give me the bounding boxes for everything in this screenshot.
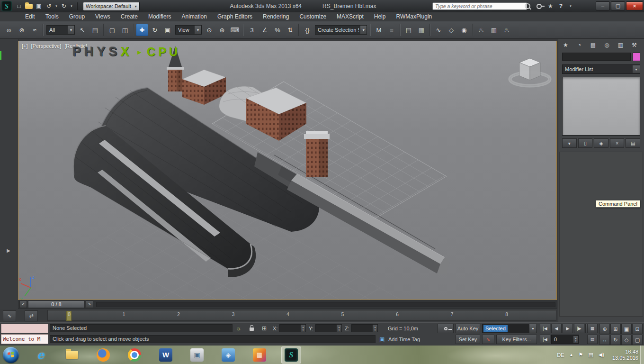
next-frame-button[interactable]: |▶: [574, 324, 584, 333]
material-editor-icon[interactable]: ◉: [458, 24, 470, 36]
viewport-pov-menu[interactable]: [Perspective]: [31, 43, 62, 49]
angle-snap-toggle-icon[interactable]: ∠: [259, 24, 271, 36]
named-selection-sets-dropdown[interactable]: Create Selection Se▼: [315, 25, 367, 35]
open-file-icon[interactable]: [25, 2, 33, 10]
spinner-snap-toggle-icon[interactable]: ⇅: [284, 24, 296, 36]
menu-item-maxscript[interactable]: MAXScript: [331, 13, 369, 20]
selection-filter-dropdown[interactable]: All▼: [46, 25, 75, 35]
zoom-extents-button[interactable]: ▣: [621, 324, 632, 334]
zoom-extents-all-button[interactable]: ⊡: [632, 324, 643, 334]
menu-item-rendering[interactable]: Rendering: [258, 13, 294, 20]
viewport-general-menu[interactable]: [+]: [22, 43, 28, 49]
start-button[interactable]: [3, 347, 19, 363]
set-key-mode-button[interactable]: Set Key: [456, 335, 480, 344]
chevron-down-icon[interactable]: ▼: [633, 65, 640, 73]
viewport-3d-scene[interactable]: z x y: [18, 41, 557, 300]
zoom-all-button[interactable]: ⊞: [610, 324, 621, 334]
key-mode-dropdown[interactable]: Selected ▼: [482, 324, 537, 333]
key-filters-button[interactable]: Key Filters...: [496, 335, 537, 344]
z-spinner[interactable]: ▴▾: [373, 325, 377, 332]
viewport-layout-tab-arrow[interactable]: ▶: [5, 246, 12, 254]
menu-item-customize[interactable]: Customize: [294, 13, 331, 20]
network-icon[interactable]: ▤: [588, 352, 593, 358]
redo-icon[interactable]: ↻: [60, 2, 68, 10]
previous-frame-arrow[interactable]: <: [19, 300, 27, 308]
edit-named-selection-sets-icon[interactable]: {}: [301, 24, 313, 36]
render-production-icon[interactable]: ♨: [501, 24, 513, 36]
menu-item-help[interactable]: Help: [369, 13, 391, 20]
previous-frame-button[interactable]: ◀: [551, 324, 562, 333]
tray-expand-icon[interactable]: ▲: [570, 353, 573, 357]
time-slider-track[interactable]: [96, 302, 555, 307]
y-spinner[interactable]: ▴▾: [337, 325, 341, 332]
schematic-view-icon[interactable]: ◇: [445, 24, 457, 36]
select-and-manipulate-icon[interactable]: ⊕: [216, 24, 228, 36]
field-of-view-button[interactable]: ◇: [621, 335, 632, 345]
pin-stack-button[interactable]: ▾: [562, 138, 577, 148]
help-icon[interactable]: ?: [559, 3, 563, 9]
previous-key-button[interactable]: |◀: [540, 335, 550, 344]
current-frame-field[interactable]: 0 ▴▾: [551, 335, 579, 344]
curve-editor-icon[interactable]: ∿: [432, 24, 445, 36]
menu-item-views[interactable]: Views: [90, 13, 116, 20]
chevron-down-icon[interactable]: ▼: [68, 26, 74, 34]
taskbar-button-gray-app[interactable]: ▣: [188, 347, 206, 363]
bind-to-space-warp-icon[interactable]: ≈: [28, 24, 41, 36]
new-scene-icon[interactable]: □: [15, 2, 23, 10]
taskbar-button-blue-app[interactable]: ◈: [219, 347, 238, 363]
open-mini-curve-editor-button[interactable]: ∿: [3, 310, 16, 321]
x-coordinate-field[interactable]: ▴▾: [279, 324, 306, 332]
chevron-down-icon[interactable]: ▼: [195, 26, 201, 34]
communicator-icon[interactable]: ▣: [377, 335, 387, 344]
menu-item-graph-editors[interactable]: Graph Editors: [212, 13, 258, 20]
action-center-icon[interactable]: ⚑: [579, 352, 583, 358]
select-and-rotate-icon[interactable]: ↻: [149, 24, 161, 36]
search-icon[interactable]: [525, 3, 530, 9]
favorites-star-icon[interactable]: ★: [548, 3, 553, 9]
search-input[interactable]: [432, 2, 527, 10]
x-spinner[interactable]: ▴▾: [301, 325, 305, 332]
auto-key-button[interactable]: Auto Key: [456, 324, 480, 333]
chevron-down-icon[interactable]: ▼: [360, 26, 367, 34]
chevron-down-icon[interactable]: ▼: [529, 324, 537, 333]
go-to-start-button[interactable]: |◀: [540, 324, 550, 333]
select-and-move-icon[interactable]: ✚: [136, 24, 148, 36]
absolute-offset-mode-icon[interactable]: ⊞: [259, 324, 269, 333]
undo-dropdown-icon[interactable]: ▾: [54, 2, 58, 10]
set-keys-button[interactable]: [438, 324, 454, 333]
y-coordinate-field[interactable]: ▴▾: [315, 324, 342, 332]
unlink-selection-icon[interactable]: ⊗: [16, 24, 28, 36]
zoom-button[interactable]: ⊕: [599, 324, 610, 334]
menu-item-animation[interactable]: Animation: [177, 13, 212, 20]
pan-button[interactable]: ↔: [599, 335, 610, 345]
select-and-link-icon[interactable]: ∞: [3, 24, 15, 36]
object-name-field[interactable]: [562, 53, 631, 61]
menu-item-edit[interactable]: Edit: [20, 13, 40, 20]
reference-coordinate-system-dropdown[interactable]: View▼: [175, 25, 202, 35]
rollout-area[interactable]: [559, 152, 643, 317]
manage-layers-icon[interactable]: ▤: [402, 24, 415, 36]
taskbar-button-file-explorer[interactable]: [63, 347, 81, 363]
track-toggle-button[interactable]: ⇄: [25, 310, 38, 321]
close-button[interactable]: ×: [626, 1, 643, 10]
track-bar-ruler[interactable]: 012345678: [47, 310, 556, 321]
selection-brackets-toggle[interactable]: ▦: [587, 324, 598, 333]
play-animation-button[interactable]: ▶: [563, 324, 573, 333]
sign-in-key-icon[interactable]: [537, 4, 542, 9]
show-end-result-button[interactable]: ▯: [578, 138, 593, 148]
use-pivot-point-center-icon[interactable]: ⊙: [203, 24, 215, 36]
taskbar-button-max-3ds[interactable]: S: [281, 346, 301, 364]
tab-modify[interactable]: ◔: [575, 41, 584, 49]
taskbar-clock[interactable]: 16:48 13.05.2016: [612, 349, 638, 361]
modifier-list-dropdown[interactable]: Modifier List ▼: [562, 64, 640, 74]
tab-create[interactable]: ★: [561, 41, 570, 49]
rectangular-selection-region-icon[interactable]: ▢: [106, 24, 118, 36]
tab-motion[interactable]: ◎: [602, 41, 611, 49]
graphite-modeling-tools-icon[interactable]: ▦: [415, 24, 428, 36]
isolate-selection-icon[interactable]: ☼: [234, 324, 243, 333]
snap-toggle-3d-icon[interactable]: 3: [246, 24, 258, 36]
modifier-stack-list[interactable]: [562, 77, 640, 136]
menu-item-group[interactable]: Group: [64, 13, 90, 20]
menu-item-create[interactable]: Create: [116, 13, 143, 20]
perspective-viewport[interactable]: [+] [Perspective] [Realistic] PHYSX ▸ CP…: [18, 41, 557, 300]
